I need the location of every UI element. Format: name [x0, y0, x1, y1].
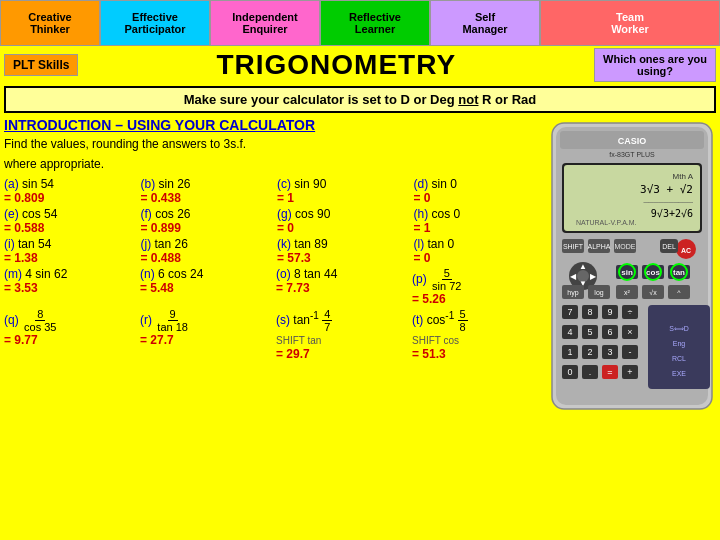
svg-text:7: 7: [567, 307, 572, 317]
prob-b-q: sin 26: [159, 177, 191, 191]
svg-text:.: .: [589, 367, 592, 377]
prob-e-label: (e): [4, 207, 19, 221]
header-bar: Creative Thinker Effective Participator …: [0, 0, 720, 46]
prob-t-label: (t): [412, 313, 423, 327]
prob-c-ans: = 1: [277, 191, 294, 205]
svg-text:3: 3: [607, 347, 612, 357]
creative-line1: Creative: [28, 11, 71, 23]
prob-g-ans: = 0: [277, 221, 294, 235]
prob-t-note: SHIFT cos: [412, 335, 459, 346]
prob-k-label: (k): [277, 237, 291, 251]
problems-row-1: (a) sin 54 = 0.809 (b) sin 26 = 0.438 (c…: [4, 177, 544, 205]
svg-text:×: ×: [627, 327, 632, 337]
plt-row: PLT Skills TRIGONOMETRY Which ones are y…: [0, 46, 720, 84]
prob-m-label: (m): [4, 267, 22, 281]
svg-text:CASIO: CASIO: [618, 136, 647, 146]
svg-text:SHIFT: SHIFT: [563, 243, 584, 250]
svg-text:2: 2: [587, 347, 592, 357]
prob-a: (a) sin 54 = 0.809: [4, 177, 135, 205]
intro-line2: where appropriate.: [4, 157, 544, 171]
independent-line1: Independent: [232, 11, 297, 23]
prob-n-ans: = 5.48: [140, 281, 174, 295]
team-line2: Worker: [611, 23, 649, 35]
prob-o-q: 8 tan 44: [294, 267, 337, 281]
prob-m-ans: = 3.53: [4, 281, 38, 295]
main-content: INTRODUCTION – USING YOUR CALCULATOR Fin…: [0, 115, 720, 403]
svg-text:sin: sin: [621, 268, 633, 277]
prob-n-label: (n): [140, 267, 155, 281]
prob-e: (e) cos 54 = 0.588: [4, 207, 135, 235]
prob-k: (k) tan 89 = 57.3: [277, 237, 408, 265]
svg-text:5: 5: [587, 327, 592, 337]
prob-p-label: (p): [412, 272, 427, 286]
svg-text:cos: cos: [646, 268, 660, 277]
problems-row-2: (e) cos 54 = 0.588 (f) cos 26 = 0.899 (g…: [4, 207, 544, 235]
prob-c-label: (c): [277, 177, 291, 191]
prob-g-label: (g): [277, 207, 292, 221]
effective-line2: Participator: [124, 23, 185, 35]
prob-q: (q) 8cos 35 = 9.77: [4, 308, 136, 347]
svg-text:MODE: MODE: [615, 243, 636, 250]
prob-s-label: (s): [276, 313, 290, 327]
svg-text:──────────: ──────────: [642, 199, 693, 206]
prob-d-q: sin 0: [432, 177, 457, 191]
text-content: INTRODUCTION – USING YOUR CALCULATOR Fin…: [4, 117, 544, 401]
svg-text:√x: √x: [649, 289, 657, 296]
prob-f: (f) cos 26 = 0.899: [141, 207, 272, 235]
prob-k-ans: = 57.3: [277, 251, 311, 265]
prob-s: (s) tan-1 47 SHIFT tan = 29.7: [276, 308, 408, 361]
effective-line1: Effective: [132, 11, 178, 23]
prob-h: (h) cos 0 = 1: [414, 207, 545, 235]
svg-text:9: 9: [607, 307, 612, 317]
prob-b-ans: = 0.438: [141, 191, 181, 205]
intro-line1: Find the values, rounding the answers to…: [4, 137, 544, 151]
prob-j-label: (j): [141, 237, 152, 251]
svg-text:EXE: EXE: [672, 370, 686, 377]
header-effective: Effective Participator: [100, 0, 210, 46]
prob-l-q: tan 0: [428, 237, 455, 251]
svg-text:6: 6: [607, 327, 612, 337]
prob-m-q: 4 sin 62: [25, 267, 67, 281]
prob-r: (r) 9tan 18 = 27.7: [140, 308, 272, 347]
creative-line2: Thinker: [30, 23, 70, 35]
prob-d-ans: = 0: [414, 191, 431, 205]
svg-text:AC: AC: [681, 247, 691, 254]
svg-text:=: =: [607, 367, 612, 377]
svg-text:fx-83GT PLUS: fx-83GT PLUS: [609, 151, 655, 158]
prob-b-label: (b): [141, 177, 156, 191]
problems-row-4: (m) 4 sin 62 = 3.53 (n) 6 cos 24 = 5.48 …: [4, 267, 544, 306]
reflective-line1: Reflective: [349, 11, 401, 23]
prob-c: (c) sin 90 = 1: [277, 177, 408, 205]
problems-row-3: (i) tan 54 = 1.38 (j) tan 26 = 0.488 (k)…: [4, 237, 544, 265]
self-line1: Self: [475, 11, 495, 23]
prob-a-q: sin 54: [22, 177, 54, 191]
prob-t-ans: = 51.3: [412, 347, 446, 361]
svg-text:x²: x²: [624, 289, 631, 296]
plt-skills-label: PLT Skills: [4, 54, 78, 76]
prob-i-ans: = 1.38: [4, 251, 38, 265]
self-line2: Manager: [462, 23, 507, 35]
svg-text:4: 4: [567, 327, 572, 337]
reflective-line2: Learner: [355, 23, 395, 35]
calculator-svg: CASIO fx-83GT PLUS Mth A 3√3 + √2 ──────…: [548, 121, 716, 411]
prob-l-ans: = 0: [414, 251, 431, 265]
trig-title: TRIGONOMETRY: [78, 49, 594, 81]
svg-text:ALPHA: ALPHA: [588, 243, 611, 250]
prob-o: (o) 8 tan 44 = 7.73: [276, 267, 408, 295]
svg-text:3√3 + √2: 3√3 + √2: [640, 183, 693, 196]
prob-a-ans: = 0.809: [4, 191, 44, 205]
prob-e-q: cos 54: [22, 207, 57, 221]
warning-not: not: [458, 92, 478, 107]
prob-j-q: tan 26: [155, 237, 188, 251]
prob-n: (n) 6 cos 24 = 5.48: [140, 267, 272, 295]
prob-f-q: cos 26: [155, 207, 190, 221]
svg-text:Eng: Eng: [673, 340, 686, 348]
prob-k-q: tan 89: [294, 237, 327, 251]
prob-d: (d) sin 0 = 0: [414, 177, 545, 205]
prob-i-label: (i): [4, 237, 15, 251]
header-creative: Creative Thinker: [0, 0, 100, 46]
prob-n-q: 6 cos 24: [158, 267, 203, 281]
calculator-warning: Make sure your calculator is set to D or…: [4, 86, 716, 113]
team-line1: Team: [616, 11, 644, 23]
prob-p-ans: = 5.26: [412, 292, 446, 306]
